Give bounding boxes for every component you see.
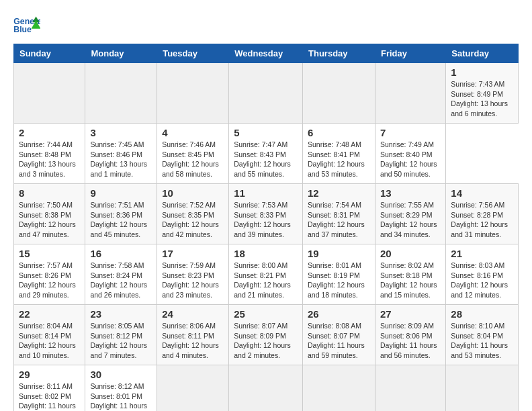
empty-cell (375, 63, 445, 124)
day-info: Sunrise: 8:09 AMSunset: 8:06 PMDaylight:… (380, 321, 441, 361)
day-cell-30: 30Sunrise: 8:12 AMSunset: 8:01 PMDayligh… (85, 365, 157, 412)
day-number: 9 (90, 187, 152, 199)
day-cell-8: 8Sunrise: 7:50 AMSunset: 8:38 PMDaylight… (14, 184, 85, 244)
day-number: 29 (19, 369, 80, 380)
day-info: Sunrise: 8:10 AMSunset: 8:04 PMDaylight:… (451, 321, 513, 361)
day-info: Sunrise: 7:54 AMSunset: 8:31 PMDaylight:… (308, 200, 370, 240)
day-number: 25 (234, 308, 298, 320)
day-cell-13: 13Sunrise: 7:55 AMSunset: 8:29 PMDayligh… (375, 184, 445, 244)
header-monday: Monday (85, 44, 157, 63)
day-cell-26: 26Sunrise: 8:08 AMSunset: 8:07 PMDayligh… (303, 305, 375, 365)
empty-cell (229, 63, 303, 124)
day-number: 13 (380, 187, 441, 199)
day-info: Sunrise: 7:58 AMSunset: 8:24 PMDaylight:… (90, 261, 152, 300)
day-info: Sunrise: 7:50 AMSunset: 8:38 PMDaylight:… (19, 200, 80, 240)
day-number: 20 (380, 248, 441, 259)
day-info: Sunrise: 7:51 AMSunset: 8:36 PMDaylight:… (90, 200, 152, 240)
day-number: 10 (162, 187, 224, 199)
day-number: 22 (19, 308, 80, 320)
day-info: Sunrise: 7:48 AMSunset: 8:41 PMDaylight:… (308, 140, 370, 179)
day-number: 8 (19, 187, 80, 199)
day-cell-17: 17Sunrise: 7:59 AMSunset: 8:23 PMDayligh… (157, 244, 229, 305)
empty-cell (157, 63, 229, 124)
day-cell-29: 29Sunrise: 8:11 AMSunset: 8:02 PMDayligh… (14, 365, 85, 412)
empty-cell (229, 365, 303, 412)
day-number: 6 (308, 127, 370, 138)
day-info: Sunrise: 8:03 AMSunset: 8:16 PMDaylight:… (451, 261, 513, 300)
header-sunday: Sunday (14, 44, 85, 63)
calendar-week-6: 29Sunrise: 8:11 AMSunset: 8:02 PMDayligh… (14, 365, 519, 412)
day-info: Sunrise: 8:12 AMSunset: 8:01 PMDaylight:… (90, 381, 152, 411)
day-number: 2 (19, 127, 80, 138)
calendar-week-1: 1Sunrise: 7:43 AMSunset: 8:49 PMDaylight… (14, 63, 519, 124)
day-number: 24 (162, 308, 224, 320)
day-info: Sunrise: 7:53 AMSunset: 8:33 PMDaylight:… (234, 200, 298, 240)
day-number: 12 (308, 187, 370, 199)
day-info: Sunrise: 7:47 AMSunset: 8:43 PMDaylight:… (234, 140, 298, 179)
day-number: 19 (308, 248, 370, 259)
calendar-table: SundayMondayTuesdayWednesdayThursdayFrid… (13, 44, 519, 411)
calendar-week-3: 8Sunrise: 7:50 AMSunset: 8:38 PMDaylight… (14, 184, 519, 244)
day-info: Sunrise: 8:00 AMSunset: 8:21 PMDaylight:… (234, 261, 298, 300)
empty-cell (303, 63, 375, 124)
day-info: Sunrise: 7:43 AMSunset: 8:49 PMDaylight:… (451, 79, 513, 119)
day-info: Sunrise: 7:44 AMSunset: 8:48 PMDaylight:… (19, 140, 80, 179)
day-info: Sunrise: 7:55 AMSunset: 8:29 PMDaylight:… (380, 200, 441, 240)
day-cell-6: 6Sunrise: 7:48 AMSunset: 8:41 PMDaylight… (303, 124, 375, 184)
day-cell-21: 21Sunrise: 8:03 AMSunset: 8:16 PMDayligh… (446, 244, 519, 305)
header-thursday: Thursday (303, 44, 375, 63)
svg-text:Blue: Blue (13, 25, 32, 34)
day-cell-16: 16Sunrise: 7:58 AMSunset: 8:24 PMDayligh… (85, 244, 157, 305)
day-cell-19: 19Sunrise: 8:01 AMSunset: 8:19 PMDayligh… (303, 244, 375, 305)
day-number: 4 (162, 127, 224, 138)
day-number: 28 (451, 308, 513, 320)
day-info: Sunrise: 8:02 AMSunset: 8:18 PMDaylight:… (380, 261, 441, 300)
day-number: 15 (19, 248, 80, 259)
day-info: Sunrise: 8:08 AMSunset: 8:07 PMDaylight:… (308, 321, 370, 361)
day-cell-22: 22Sunrise: 8:04 AMSunset: 8:14 PMDayligh… (14, 305, 85, 365)
day-number: 14 (451, 187, 513, 199)
page-header: General Blue (13, 13, 519, 37)
day-number: 11 (234, 187, 298, 199)
empty-cell (14, 63, 85, 124)
day-info: Sunrise: 7:57 AMSunset: 8:26 PMDaylight:… (19, 261, 80, 300)
header-wednesday: Wednesday (229, 44, 303, 63)
day-number: 3 (90, 127, 152, 138)
day-cell-25: 25Sunrise: 8:07 AMSunset: 8:09 PMDayligh… (229, 305, 303, 365)
empty-cell (157, 365, 229, 412)
header-tuesday: Tuesday (157, 44, 229, 63)
day-cell-7: 7Sunrise: 7:49 AMSunset: 8:40 PMDaylight… (375, 124, 445, 184)
day-info: Sunrise: 8:06 AMSunset: 8:11 PMDaylight:… (162, 321, 224, 361)
day-cell-10: 10Sunrise: 7:52 AMSunset: 8:35 PMDayligh… (157, 184, 229, 244)
day-cell-12: 12Sunrise: 7:54 AMSunset: 8:31 PMDayligh… (303, 184, 375, 244)
day-number: 21 (451, 248, 513, 259)
day-info: Sunrise: 7:49 AMSunset: 8:40 PMDaylight:… (380, 140, 441, 179)
day-info: Sunrise: 7:56 AMSunset: 8:28 PMDaylight:… (451, 200, 513, 240)
day-cell-23: 23Sunrise: 8:05 AMSunset: 8:12 PMDayligh… (85, 305, 157, 365)
day-number: 7 (380, 127, 441, 138)
empty-cell (446, 365, 519, 412)
logo: General Blue (13, 13, 43, 37)
day-info: Sunrise: 8:04 AMSunset: 8:14 PMDaylight:… (19, 321, 80, 361)
day-cell-5: 5Sunrise: 7:47 AMSunset: 8:43 PMDaylight… (229, 124, 303, 184)
day-number: 23 (90, 308, 152, 320)
day-cell-3: 3Sunrise: 7:45 AMSunset: 8:46 PMDaylight… (85, 124, 157, 184)
day-number: 30 (90, 369, 152, 380)
day-cell-24: 24Sunrise: 8:06 AMSunset: 8:11 PMDayligh… (157, 305, 229, 365)
empty-cell (85, 63, 157, 124)
empty-cell (303, 365, 375, 412)
day-cell-27: 27Sunrise: 8:09 AMSunset: 8:06 PMDayligh… (375, 305, 445, 365)
calendar-week-2: 2Sunrise: 7:44 AMSunset: 8:48 PMDaylight… (14, 124, 519, 184)
day-info: Sunrise: 7:45 AMSunset: 8:46 PMDaylight:… (90, 140, 152, 179)
day-number: 26 (308, 308, 370, 320)
day-number: 17 (162, 248, 224, 259)
day-cell-4: 4Sunrise: 7:46 AMSunset: 8:45 PMDaylight… (157, 124, 229, 184)
day-number: 16 (90, 248, 152, 259)
logo-icon: General Blue (13, 13, 40, 37)
day-info: Sunrise: 8:11 AMSunset: 8:02 PMDaylight:… (19, 381, 80, 411)
header-row: SundayMondayTuesdayWednesdayThursdayFrid… (14, 44, 519, 63)
day-number: 18 (234, 248, 298, 259)
day-cell-14: 14Sunrise: 7:56 AMSunset: 8:28 PMDayligh… (446, 184, 519, 244)
day-cell-15: 15Sunrise: 7:57 AMSunset: 8:26 PMDayligh… (14, 244, 85, 305)
day-info: Sunrise: 7:52 AMSunset: 8:35 PMDaylight:… (162, 200, 224, 240)
